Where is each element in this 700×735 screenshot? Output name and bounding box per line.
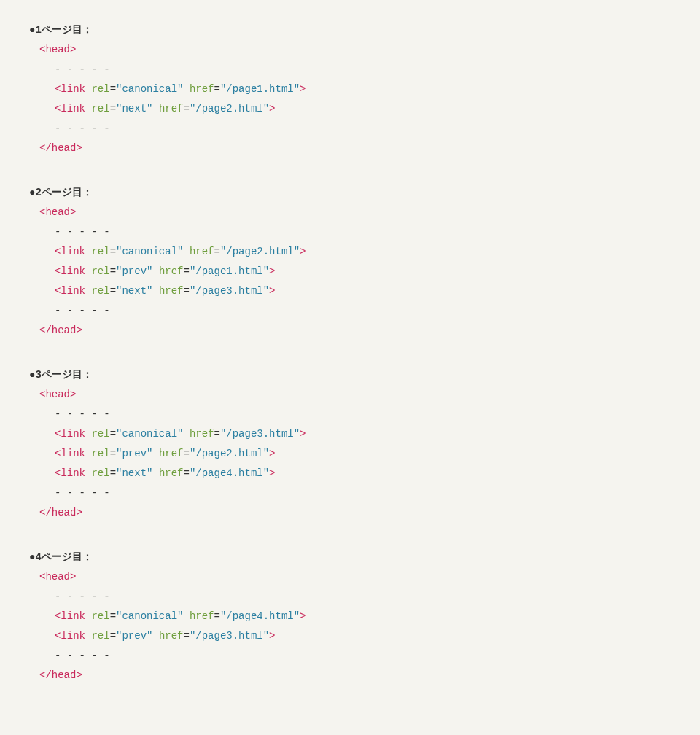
code-line: - - - - - [29,587,671,607]
code-line: - - - - - [29,483,671,503]
code-section-1: ●1ページ目：<head>- - - - -<link rel="canonic… [29,20,671,158]
code-line: - - - - - [29,222,671,242]
code-line: <head> [29,40,671,60]
section-heading: ●1ページ目： [29,20,671,40]
code-line: - - - - - [29,60,671,79]
code-line: <link rel="prev" href="/page2.html"> [29,444,671,464]
code-line: <head> [29,203,671,222]
code-line: <link rel="prev" href="/page3.html"> [29,626,671,646]
code-line: - - - - - [29,646,671,666]
code-section-2: ●2ページ目：<head>- - - - -<link rel="canonic… [29,183,671,341]
code-line: <link rel="next" href="/page4.html"> [29,464,671,483]
code-document: ●1ページ目：<head>- - - - -<link rel="canonic… [0,0,700,735]
code-line: <link rel="next" href="/page2.html"> [29,99,671,119]
section-heading: ●3ページ目： [29,365,671,385]
code-section-4: ●4ページ目：<head>- - - - -<link rel="canonic… [29,548,671,685]
code-line: <link rel="canonical" href="/page3.html"… [29,424,671,444]
code-line: <link rel="canonical" href="/page2.html"… [29,242,671,262]
code-line: - - - - - [29,405,671,424]
code-line: </head> [29,666,671,685]
code-line: - - - - - [29,301,671,321]
code-line: </head> [29,139,671,158]
code-line: <link rel="next" href="/page3.html"> [29,281,671,301]
code-line: - - - - - [29,119,671,139]
code-line: <link rel="canonical" href="/page1.html"… [29,79,671,99]
code-line: <head> [29,385,671,405]
code-line: <head> [29,567,671,587]
code-line: </head> [29,503,671,523]
section-heading: ●2ページ目： [29,183,671,203]
section-heading: ●4ページ目： [29,548,671,567]
code-line: <link rel="prev" href="/page1.html"> [29,262,671,281]
code-line: </head> [29,321,671,341]
code-line: <link rel="canonical" href="/page4.html"… [29,607,671,626]
code-section-3: ●3ページ目：<head>- - - - -<link rel="canonic… [29,365,671,523]
